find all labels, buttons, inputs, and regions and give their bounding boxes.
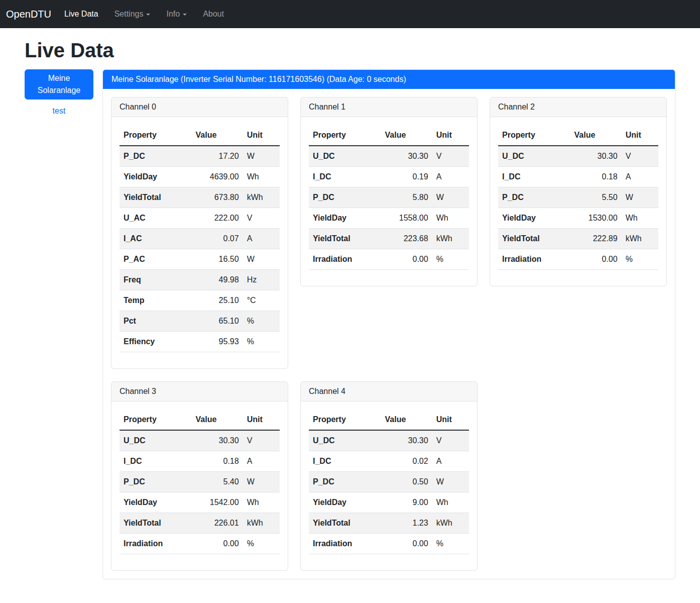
table-row: I_DC0.18A [498, 167, 658, 187]
table-row: P_DC5.80W [309, 187, 469, 208]
unit-cell: W [432, 187, 469, 208]
table-row: I_DC0.18A [120, 451, 280, 472]
nav-item-label: About [203, 10, 224, 18]
table-header-row: PropertyValueUnit [120, 410, 280, 430]
col-header-property: Property [309, 410, 381, 430]
unit-cell: Wh [622, 208, 658, 229]
property-cell: YieldTotal [498, 229, 570, 249]
channel-card-title: Channel 3 [111, 382, 288, 401]
property-cell: I_DC [309, 451, 381, 472]
table-row: P_DC0.50W [309, 472, 469, 492]
channel-card-title: Channel 0 [111, 97, 288, 117]
value-cell: 49.98 [192, 270, 243, 290]
table-row: YieldDay1542.00Wh [120, 492, 280, 513]
property-cell: U_AC [120, 208, 192, 229]
unit-cell: Wh [432, 492, 469, 513]
channel-card: Channel 3PropertyValueUnitU_DC30.30VI_DC… [111, 381, 288, 571]
navbar-menu: Live DataSettingsInfoAbout [56, 6, 232, 23]
table-row: YieldTotal222.89kWh [498, 229, 658, 249]
nav-item-info[interactable]: Info [158, 6, 195, 23]
value-cell: 0.18 [192, 451, 243, 472]
channel-card-body: PropertyValueUnitU_DC30.30VI_DC0.18AP_DC… [111, 401, 288, 570]
unit-cell: A [243, 229, 280, 249]
nav-item-label: Info [166, 10, 180, 18]
table-row: P_DC5.40W [120, 472, 280, 492]
unit-cell: Wh [243, 492, 280, 513]
table-row: I_DC0.19A [309, 167, 469, 187]
col-header-unit: Unit [243, 125, 280, 146]
top-navbar: OpenDTU Live DataSettingsInfoAbout [0, 0, 700, 28]
property-cell: P_AC [120, 249, 192, 270]
property-cell: YieldTotal [120, 513, 192, 534]
channel-data-table: PropertyValueUnitU_DC30.30VI_DC0.19AP_DC… [309, 125, 469, 270]
unit-cell: V [432, 146, 469, 167]
table-row: U_DC30.30V [309, 430, 469, 451]
inverter-select-button[interactable]: Meine Solaranlage [25, 69, 93, 99]
value-cell: 0.00 [381, 534, 432, 554]
unit-cell: A [432, 167, 469, 187]
property-cell: Freq [120, 270, 192, 290]
unit-cell: kWh [432, 229, 469, 249]
table-row: Effiency95.93% [120, 332, 280, 352]
value-cell: 4639.00 [192, 167, 243, 187]
col-header-value: Value [381, 125, 432, 146]
channel-data-table: PropertyValueUnitU_DC30.30VI_DC0.18AP_DC… [498, 125, 658, 270]
channel-card: Channel 2PropertyValueUnitU_DC30.30VI_DC… [490, 97, 667, 286]
property-cell: Irradiation [498, 249, 570, 270]
value-cell: 0.00 [570, 249, 622, 270]
value-cell: 223.68 [381, 229, 432, 249]
table-row: U_DC30.30V [498, 146, 658, 167]
value-cell: 0.02 [381, 451, 432, 472]
table-row: Irradiation0.00% [498, 249, 658, 270]
table-header-row: PropertyValueUnit [309, 410, 469, 430]
inverter-card: Meine Solaranlage (Inverter Serial Numbe… [102, 69, 675, 579]
unit-cell: A [622, 167, 658, 187]
channel-card-body: PropertyValueUnitU_DC30.30VI_DC0.02AP_DC… [301, 401, 477, 570]
value-cell: 16.50 [192, 249, 243, 270]
value-cell: 95.93 [192, 332, 243, 352]
unit-cell: % [432, 249, 469, 270]
channel-card-title: Channel 1 [301, 97, 477, 117]
table-row: YieldDay9.00Wh [309, 492, 469, 513]
inverter-card-header: Meine Solaranlage (Inverter Serial Numbe… [103, 70, 675, 89]
col-header-value: Value [192, 410, 243, 430]
value-cell: 5.80 [381, 187, 432, 208]
col-header-value: Value [381, 410, 432, 430]
table-row: P_DC5.50W [498, 187, 658, 208]
inverter-link-test[interactable]: test [25, 105, 93, 118]
nav-item-live-data[interactable]: Live Data [56, 6, 106, 23]
table-row: Irradiation0.00% [309, 534, 469, 554]
channel-data-table: PropertyValueUnitU_DC30.30VI_DC0.02AP_DC… [309, 410, 469, 554]
unit-cell: W [622, 187, 658, 208]
nav-item-about[interactable]: About [195, 6, 232, 23]
value-cell: 226.01 [192, 513, 243, 534]
brand-logo[interactable]: OpenDTU [6, 9, 51, 20]
unit-cell: A [432, 451, 469, 472]
nav-item-label: Settings [114, 10, 144, 18]
col-header-value: Value [570, 125, 622, 146]
value-cell: 0.07 [192, 229, 243, 249]
property-cell: I_AC [120, 229, 192, 249]
value-cell: 0.50 [381, 472, 432, 492]
value-cell: 1558.00 [381, 208, 432, 229]
channel-data-table: PropertyValueUnitU_DC30.30VI_DC0.18AP_DC… [120, 410, 280, 554]
table-row: U_AC222.00V [120, 208, 280, 229]
table-row: Freq49.98Hz [120, 270, 280, 290]
value-cell: 30.30 [570, 146, 622, 167]
chevron-down-icon [146, 14, 150, 16]
table-row: Temp25.10°C [120, 290, 280, 311]
property-cell: YieldDay [120, 492, 192, 513]
unit-cell: Wh [243, 167, 280, 187]
unit-cell: % [432, 534, 469, 554]
unit-cell: kWh [243, 187, 280, 208]
value-cell: 1530.00 [570, 208, 622, 229]
property-cell: U_DC [309, 430, 381, 451]
property-cell: I_DC [120, 451, 192, 472]
value-cell: 65.10 [192, 311, 243, 332]
property-cell: P_DC [309, 472, 381, 492]
table-header-row: PropertyValueUnit [498, 125, 658, 146]
table-row: I_AC0.07A [120, 229, 280, 249]
table-header-row: PropertyValueUnit [309, 125, 469, 146]
table-row: YieldDay4639.00Wh [120, 167, 280, 187]
nav-item-settings[interactable]: Settings [106, 6, 159, 23]
